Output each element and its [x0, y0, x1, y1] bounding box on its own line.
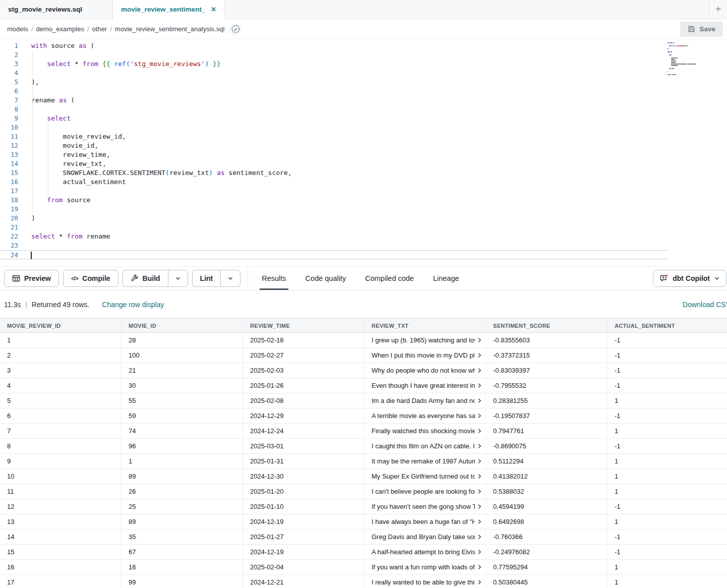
- code-line-24[interactable]: 24: [0, 250, 668, 259]
- copilot-edit-icon[interactable]: [229, 23, 241, 35]
- lint-button[interactable]: Lint: [192, 270, 221, 287]
- expand-review-icon[interactable]: [477, 564, 482, 570]
- code-line-17[interactable]: 17: [0, 187, 727, 196]
- review-text: I grew up (b. 1965) watching and lovin…: [372, 336, 475, 344]
- code-line-3[interactable]: 3 select * from {{ ref('stg_movie_review…: [0, 60, 727, 69]
- cell-sentiment_score: -0.19507837: [486, 408, 608, 423]
- expand-review-icon[interactable]: [477, 474, 482, 479]
- code-line-11[interactable]: 11 movie_review_id,: [0, 132, 727, 141]
- cell-movie_review_id: 2: [0, 348, 122, 363]
- cell-review_txt: I can't believe people are looking for a…: [365, 484, 486, 499]
- code-line-6[interactable]: 6: [0, 87, 727, 96]
- expand-review-icon[interactable]: [477, 519, 482, 524]
- new-tab-button[interactable]: +: [709, 0, 727, 19]
- breadcrumb-item[interactable]: demo_examples: [36, 25, 84, 33]
- cell-sentiment_score: -0.83555603: [486, 333, 608, 347]
- code-line-9[interactable]: 9 select: [0, 114, 727, 123]
- code-line-7[interactable]: 7rename as (: [0, 96, 727, 105]
- code-line-21[interactable]: 21: [0, 223, 727, 232]
- expand-review-icon[interactable]: [477, 579, 482, 585]
- code-line-16[interactable]: 16 actual_sentiment: [0, 178, 727, 187]
- file-tab-0[interactable]: stg_movie_reviews.sql: [0, 0, 112, 19]
- expand-review-icon[interactable]: [477, 337, 482, 343]
- code-line-18[interactable]: 18 from source: [0, 196, 727, 205]
- save-button[interactable]: Save: [680, 22, 723, 37]
- build-button[interactable]: Build: [123, 270, 168, 287]
- cell-sentiment_score: -0.760366: [486, 530, 608, 544]
- line-number: 3: [0, 60, 23, 69]
- open-file-tabs: stg_movie_reviews.sqlmovie_review_sentim…: [0, 0, 225, 19]
- code-text: review_time,: [23, 150, 110, 159]
- close-tab-icon[interactable]: ✕: [211, 6, 216, 13]
- minimap-line: [668, 71, 706, 72]
- code-line-2[interactable]: 2: [0, 50, 727, 60]
- table-row: 912025-01-31It may be the remake of 1987…: [0, 454, 727, 469]
- change-row-display-link[interactable]: Change row display: [102, 301, 164, 309]
- file-tab-1[interactable]: movie_review_sentiment_…✕: [112, 0, 225, 19]
- cell-review_time: 2025-01-10: [243, 499, 365, 514]
- breadcrumb-item[interactable]: models: [7, 25, 28, 33]
- lint-dropdown-button[interactable]: [220, 270, 240, 287]
- cell-review_txt: I caught this film on AZN on cable. It s…: [365, 439, 486, 453]
- sql-code-editor[interactable]: 1with source as (23 select * from {{ ref…: [0, 39, 727, 266]
- code-line-4[interactable]: 4: [0, 69, 727, 78]
- code-line-23[interactable]: 23: [0, 241, 727, 250]
- cell-sentiment_score: -0.83039397: [486, 363, 608, 378]
- cell-movie_id: 21: [122, 363, 243, 378]
- minimap-line: [668, 56, 706, 57]
- breadcrumb-item[interactable]: other: [92, 25, 107, 33]
- preview-button[interactable]: Preview: [4, 270, 59, 287]
- expand-review-icon[interactable]: [477, 352, 482, 358]
- line-number: 19: [0, 205, 23, 214]
- expand-review-icon[interactable]: [477, 534, 482, 540]
- cell-actual_sentiment: -1: [608, 499, 727, 514]
- expand-review-icon[interactable]: [477, 458, 482, 464]
- dbt-copilot-button[interactable]: dbt Copilot: [653, 270, 726, 287]
- results-table: MOVIE_REVIEW_IDMOVIE_IDREVIEW_TIMEREVIEW…: [0, 318, 727, 588]
- expand-review-icon[interactable]: [477, 428, 482, 434]
- expand-review-icon[interactable]: [477, 368, 482, 373]
- copilot-chat-icon: [659, 274, 669, 283]
- compile-button-label: Compile: [82, 274, 110, 282]
- expand-review-icon[interactable]: [477, 504, 482, 509]
- code-line-22[interactable]: 22select * from rename: [0, 232, 727, 241]
- build-dropdown-button[interactable]: [168, 270, 188, 287]
- code-line-8[interactable]: 8: [0, 105, 727, 114]
- cell-actual_sentiment: -1: [608, 408, 727, 423]
- breadcrumb-separator: /: [31, 25, 33, 33]
- cell-review_time: 2025-02-08: [243, 393, 365, 408]
- cell-movie_review_id: 16: [0, 560, 122, 574]
- download-csv-link[interactable]: Download CSV: [683, 301, 727, 309]
- editor-minimap[interactable]: [668, 42, 706, 79]
- minimap-line: [668, 61, 706, 62]
- code-line-20[interactable]: 20): [0, 214, 727, 223]
- cell-actual_sentiment: 1: [608, 575, 727, 588]
- expand-review-icon[interactable]: [477, 549, 482, 555]
- tab-code-quality[interactable]: Code quality: [296, 267, 356, 290]
- cell-review_time: 2024-12-21: [243, 575, 365, 588]
- tab-results[interactable]: Results: [252, 267, 295, 290]
- expand-review-icon[interactable]: [477, 413, 482, 419]
- expand-review-icon[interactable]: [477, 489, 482, 494]
- cell-review_time: 2025-02-03: [243, 363, 365, 378]
- code-line-14[interactable]: 14 review_txt,: [0, 159, 727, 168]
- tab-compiled-code[interactable]: Compiled code: [355, 267, 423, 290]
- expand-review-icon[interactable]: [477, 398, 482, 403]
- code-line-19[interactable]: 19: [0, 205, 727, 214]
- code-line-1[interactable]: 1with source as (: [0, 41, 727, 50]
- code-text: select * from rename: [23, 232, 110, 241]
- cell-movie_review_id: 10: [0, 469, 122, 484]
- code-line-5[interactable]: 5),: [0, 78, 727, 87]
- compile-button[interactable]: </> Compile: [63, 270, 118, 287]
- cell-actual_sentiment: -1: [608, 439, 727, 453]
- expand-review-icon[interactable]: [477, 383, 482, 388]
- review-text: If you haven't seen the gong show TV s…: [372, 503, 475, 510]
- code-line-15[interactable]: 15 SNOWFLAKE.CORTEX.SENTIMENT(review_txt…: [0, 168, 727, 178]
- code-line-12[interactable]: 12 movie_id,: [0, 141, 727, 150]
- code-line-10[interactable]: 10: [0, 123, 727, 132]
- breadcrumb-item[interactable]: movie_review_sentiment_analysis.sql: [115, 25, 225, 33]
- code-line-13[interactable]: 13 review_time,: [0, 150, 727, 159]
- toolbar-divider: [248, 267, 248, 290]
- expand-review-icon[interactable]: [477, 443, 482, 449]
- tab-lineage[interactable]: Lineage: [423, 267, 469, 290]
